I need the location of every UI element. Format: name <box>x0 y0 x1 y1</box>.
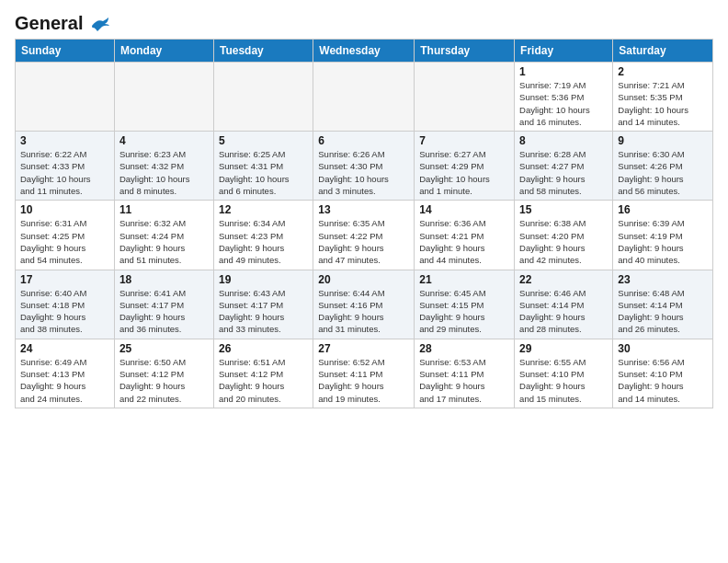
day-number: 17 <box>20 273 109 286</box>
calendar-cell: 7Sunrise: 6:27 AM Sunset: 4:29 PM Daylig… <box>415 132 515 201</box>
day-number: 29 <box>519 342 608 355</box>
day-info: Sunrise: 6:39 AM Sunset: 4:19 PM Dayligh… <box>618 217 708 266</box>
logo: General <box>15 13 110 33</box>
calendar-cell: 11Sunrise: 6:32 AM Sunset: 4:24 PM Dayli… <box>114 201 213 270</box>
calendar-cell: 18Sunrise: 6:41 AM Sunset: 4:17 PM Dayli… <box>114 270 213 339</box>
day-number: 18 <box>119 273 209 286</box>
day-info: Sunrise: 6:55 AM Sunset: 4:10 PM Dayligh… <box>519 356 608 405</box>
day-info: Sunrise: 6:28 AM Sunset: 4:27 PM Dayligh… <box>519 148 608 197</box>
calendar-week-row: 1Sunrise: 7:19 AM Sunset: 5:36 PM Daylig… <box>16 63 713 132</box>
day-number: 11 <box>119 203 209 216</box>
day-info: Sunrise: 6:38 AM Sunset: 4:20 PM Dayligh… <box>519 217 608 266</box>
weekday-header-thursday: Thursday <box>415 40 515 63</box>
calendar-week-row: 10Sunrise: 6:31 AM Sunset: 4:25 PM Dayli… <box>16 201 713 270</box>
calendar-cell: 2Sunrise: 7:21 AM Sunset: 5:35 PM Daylig… <box>613 63 713 132</box>
day-number: 14 <box>419 203 509 216</box>
calendar-cell: 29Sunrise: 6:55 AM Sunset: 4:10 PM Dayli… <box>515 339 613 408</box>
calendar-cell <box>313 63 415 132</box>
day-info: Sunrise: 6:53 AM Sunset: 4:11 PM Dayligh… <box>419 356 509 405</box>
day-number: 25 <box>119 342 209 355</box>
day-info: Sunrise: 6:51 AM Sunset: 4:12 PM Dayligh… <box>219 356 308 405</box>
calendar-cell: 15Sunrise: 6:38 AM Sunset: 4:20 PM Dayli… <box>515 201 613 270</box>
calendar-cell: 21Sunrise: 6:45 AM Sunset: 4:15 PM Dayli… <box>415 270 515 339</box>
weekday-header-friday: Friday <box>515 40 613 63</box>
day-number: 13 <box>318 203 409 216</box>
day-info: Sunrise: 6:43 AM Sunset: 4:17 PM Dayligh… <box>219 287 308 336</box>
calendar-cell: 23Sunrise: 6:48 AM Sunset: 4:14 PM Dayli… <box>613 270 713 339</box>
day-number: 6 <box>318 134 409 147</box>
calendar-cell: 13Sunrise: 6:35 AM Sunset: 4:22 PM Dayli… <box>313 201 415 270</box>
weekday-header-tuesday: Tuesday <box>213 40 313 63</box>
calendar-cell: 27Sunrise: 6:52 AM Sunset: 4:11 PM Dayli… <box>313 339 415 408</box>
day-number: 27 <box>318 342 409 355</box>
day-number: 5 <box>219 134 308 147</box>
day-info: Sunrise: 6:31 AM Sunset: 4:25 PM Dayligh… <box>20 217 109 266</box>
day-number: 2 <box>618 65 708 78</box>
day-number: 26 <box>219 342 308 355</box>
logo-general: General <box>15 13 110 33</box>
day-number: 24 <box>20 342 109 355</box>
day-info: Sunrise: 6:45 AM Sunset: 4:15 PM Dayligh… <box>419 287 509 336</box>
day-info: Sunrise: 6:48 AM Sunset: 4:14 PM Dayligh… <box>618 287 708 336</box>
calendar-cell: 12Sunrise: 6:34 AM Sunset: 4:23 PM Dayli… <box>213 201 313 270</box>
calendar-cell: 5Sunrise: 6:25 AM Sunset: 4:31 PM Daylig… <box>213 132 313 201</box>
day-info: Sunrise: 6:23 AM Sunset: 4:32 PM Dayligh… <box>119 148 209 197</box>
day-info: Sunrise: 6:46 AM Sunset: 4:14 PM Dayligh… <box>519 287 608 336</box>
calendar-cell <box>213 63 313 132</box>
calendar-cell: 3Sunrise: 6:22 AM Sunset: 4:33 PM Daylig… <box>16 132 115 201</box>
calendar-cell: 24Sunrise: 6:49 AM Sunset: 4:13 PM Dayli… <box>16 339 115 408</box>
calendar-week-row: 3Sunrise: 6:22 AM Sunset: 4:33 PM Daylig… <box>16 132 713 201</box>
page: General SundayMondayTuesdayWednesdayThur… <box>0 0 728 418</box>
day-info: Sunrise: 6:27 AM Sunset: 4:29 PM Dayligh… <box>419 148 509 197</box>
calendar-cell <box>16 63 115 132</box>
day-number: 1 <box>519 65 608 78</box>
day-number: 20 <box>318 273 409 286</box>
day-number: 9 <box>618 134 708 147</box>
calendar-cell: 26Sunrise: 6:51 AM Sunset: 4:12 PM Dayli… <box>213 339 313 408</box>
calendar-cell: 9Sunrise: 6:30 AM Sunset: 4:26 PM Daylig… <box>613 132 713 201</box>
day-number: 12 <box>219 203 308 216</box>
weekday-header-sunday: Sunday <box>16 40 115 63</box>
calendar-header-row: SundayMondayTuesdayWednesdayThursdayFrid… <box>16 40 713 63</box>
calendar-table: SundayMondayTuesdayWednesdayThursdayFrid… <box>15 39 713 408</box>
day-info: Sunrise: 6:22 AM Sunset: 4:33 PM Dayligh… <box>20 148 109 197</box>
calendar-cell: 22Sunrise: 6:46 AM Sunset: 4:14 PM Dayli… <box>515 270 613 339</box>
weekday-header-wednesday: Wednesday <box>313 40 415 63</box>
weekday-header-monday: Monday <box>114 40 213 63</box>
header: General <box>15 9 713 33</box>
calendar-week-row: 17Sunrise: 6:40 AM Sunset: 4:18 PM Dayli… <box>16 270 713 339</box>
day-info: Sunrise: 7:21 AM Sunset: 5:35 PM Dayligh… <box>618 79 708 128</box>
day-info: Sunrise: 7:19 AM Sunset: 5:36 PM Dayligh… <box>519 79 608 128</box>
day-info: Sunrise: 6:36 AM Sunset: 4:21 PM Dayligh… <box>419 217 509 266</box>
day-info: Sunrise: 6:35 AM Sunset: 4:22 PM Dayligh… <box>318 217 409 266</box>
calendar-cell: 8Sunrise: 6:28 AM Sunset: 4:27 PM Daylig… <box>515 132 613 201</box>
day-number: 28 <box>419 342 509 355</box>
day-info: Sunrise: 6:30 AM Sunset: 4:26 PM Dayligh… <box>618 148 708 197</box>
calendar-cell <box>114 63 213 132</box>
day-info: Sunrise: 6:56 AM Sunset: 4:10 PM Dayligh… <box>618 356 708 405</box>
day-number: 15 <box>519 203 608 216</box>
logo-bird-icon <box>90 17 110 33</box>
day-number: 8 <box>519 134 608 147</box>
calendar-cell: 28Sunrise: 6:53 AM Sunset: 4:11 PM Dayli… <box>415 339 515 408</box>
calendar-cell: 10Sunrise: 6:31 AM Sunset: 4:25 PM Dayli… <box>16 201 115 270</box>
day-number: 4 <box>119 134 209 147</box>
day-number: 7 <box>419 134 509 147</box>
day-info: Sunrise: 6:52 AM Sunset: 4:11 PM Dayligh… <box>318 356 409 405</box>
day-number: 3 <box>20 134 109 147</box>
calendar-cell: 30Sunrise: 6:56 AM Sunset: 4:10 PM Dayli… <box>613 339 713 408</box>
day-number: 22 <box>519 273 608 286</box>
calendar-cell: 6Sunrise: 6:26 AM Sunset: 4:30 PM Daylig… <box>313 132 415 201</box>
day-info: Sunrise: 6:50 AM Sunset: 4:12 PM Dayligh… <box>119 356 209 405</box>
calendar-cell: 14Sunrise: 6:36 AM Sunset: 4:21 PM Dayli… <box>415 201 515 270</box>
day-number: 21 <box>419 273 509 286</box>
calendar-cell <box>415 63 515 132</box>
day-info: Sunrise: 6:49 AM Sunset: 4:13 PM Dayligh… <box>20 356 109 405</box>
day-info: Sunrise: 6:32 AM Sunset: 4:24 PM Dayligh… <box>119 217 209 266</box>
calendar-cell: 4Sunrise: 6:23 AM Sunset: 4:32 PM Daylig… <box>114 132 213 201</box>
day-number: 30 <box>618 342 708 355</box>
calendar-cell: 25Sunrise: 6:50 AM Sunset: 4:12 PM Dayli… <box>114 339 213 408</box>
day-info: Sunrise: 6:40 AM Sunset: 4:18 PM Dayligh… <box>20 287 109 336</box>
day-info: Sunrise: 6:26 AM Sunset: 4:30 PM Dayligh… <box>318 148 409 197</box>
day-info: Sunrise: 6:44 AM Sunset: 4:16 PM Dayligh… <box>318 287 409 336</box>
